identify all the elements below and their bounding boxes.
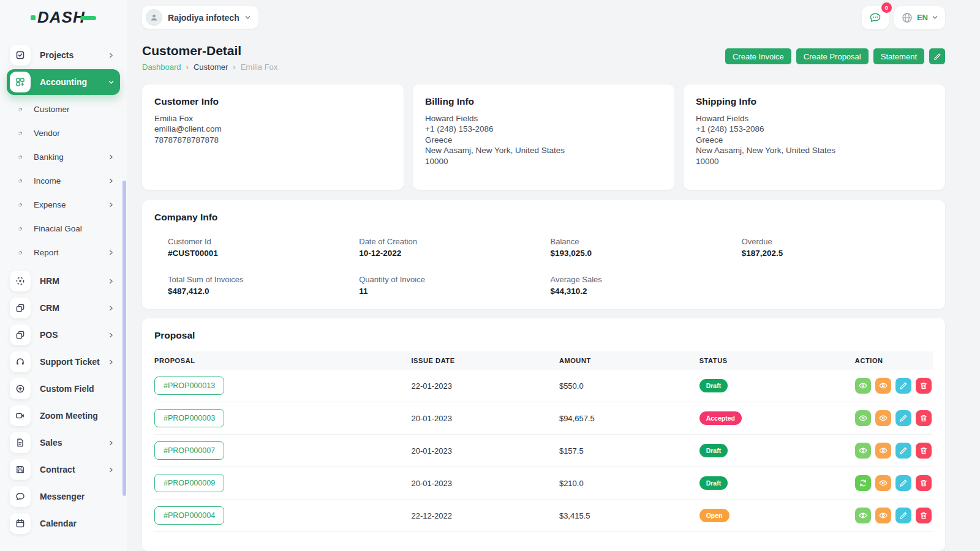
statement-button[interactable]: Statement <box>873 48 924 64</box>
customer-info-card: Customer Info Emilia Fox emilia@client.c… <box>142 84 404 190</box>
preview-button[interactable] <box>875 410 891 426</box>
refresh-icon <box>859 479 867 487</box>
messages-button[interactable]: 0 <box>862 6 889 29</box>
table-row: #PROP000009 20-01-2023 $210.0 Draft <box>154 467 933 500</box>
subitem-label: Income <box>34 176 61 186</box>
accounting-submenu: Customer Vendor Banking Income <box>0 96 127 267</box>
table-row: #PROP000013 22-01-2023 $550.0 Draft <box>154 370 933 402</box>
chevron-right-icon <box>108 332 114 338</box>
shipping-info-card: Shipping Info Howard Fields +1 (248) 153… <box>684 84 945 190</box>
sidebar-item-zoom-meeting[interactable]: Zoom Meeting <box>7 403 120 429</box>
card-title: Billing Info <box>425 96 662 107</box>
shipping-phone: +1 (248) 153-2086 <box>696 124 933 134</box>
app-logo[interactable]: DASH <box>0 0 127 35</box>
field-balance: Balance $193,025.0 <box>551 237 742 258</box>
language-selector[interactable]: EN <box>894 6 945 29</box>
hrm-icon <box>10 271 31 291</box>
main-area: Rajodiya infotech 0 EN Customer-Detail <box>127 0 980 551</box>
globe-icon <box>902 12 913 23</box>
delete-button[interactable] <box>916 508 932 523</box>
sidebar-item-support-ticket[interactable]: Support Ticket <box>7 349 120 375</box>
status-badge: Draft <box>699 476 728 490</box>
delete-button[interactable] <box>916 475 932 491</box>
sidebar-item-label: Sales <box>40 438 62 448</box>
proposal-card: Proposal PROPOSAL ISSUE DATE AMOUNT STAT… <box>142 318 945 551</box>
sidebar-subitem-vendor[interactable]: Vendor <box>0 121 127 145</box>
subitem-label: Banking <box>34 152 64 162</box>
sidebar-subitem-expense[interactable]: Expense <box>0 193 127 217</box>
sidebar-item-contract[interactable]: Contract <box>7 457 120 482</box>
sidebar-item-pos[interactable]: POS <box>7 322 120 348</box>
proposal-link[interactable]: #PROP000013 <box>154 377 224 395</box>
proposal-link[interactable]: #PROP000004 <box>154 506 224 525</box>
chevron-right-icon <box>108 467 114 473</box>
eye-icon <box>859 381 867 390</box>
breadcrumb-customer[interactable]: Customer <box>194 62 228 72</box>
company-selector[interactable]: Rajodiya infotech <box>142 6 258 29</box>
sidebar-item-calendar[interactable]: Calendar <box>7 511 120 536</box>
sidebar-item-label: Messenger <box>40 492 85 501</box>
row-actions <box>855 443 933 459</box>
breadcrumb: Dashboard › Customer › Emilia Fox <box>142 62 277 72</box>
convert-button[interactable] <box>855 475 871 491</box>
sidebar-subitem-income[interactable]: Income <box>0 169 127 193</box>
trash-icon <box>919 511 928 520</box>
proposal-link[interactable]: #PROP000009 <box>154 474 224 492</box>
preview-button[interactable] <box>875 475 891 491</box>
sidebar-item-messenger[interactable]: Messenger <box>7 484 120 509</box>
chat-dots-icon <box>869 12 881 24</box>
breadcrumb-dashboard[interactable]: Dashboard <box>142 62 181 72</box>
sidebar-item-crm[interactable]: CRM <box>7 295 120 321</box>
edit-button[interactable] <box>895 378 911 394</box>
delete-button[interactable] <box>916 443 932 459</box>
bullet-icon <box>17 250 23 256</box>
header-actions: Create Invoice Create Proposal Statement <box>725 48 945 64</box>
billing-address: New Aasamj, New York, United States <box>425 145 662 156</box>
delete-button[interactable] <box>916 410 932 426</box>
pencil-icon <box>899 479 908 487</box>
pencil-icon <box>899 414 908 422</box>
edit-button[interactable] <box>895 475 911 491</box>
sidebar-item-projects[interactable]: Projects <box>7 42 120 68</box>
chevron-right-icon <box>108 279 114 284</box>
status-badge: Draft <box>699 379 728 392</box>
card-title: Company Info <box>154 212 933 223</box>
bullet-icon <box>17 178 23 184</box>
proposal-link[interactable]: #PROP000003 <box>154 409 224 427</box>
edit-button[interactable] <box>895 508 911 523</box>
view-button[interactable] <box>855 410 871 426</box>
sidebar-item-hrm[interactable]: HRM <box>7 268 120 294</box>
pencil-icon <box>933 53 941 61</box>
sidebar-subitem-finacial-goal[interactable]: Finacial Goal <box>0 217 127 241</box>
edit-customer-button[interactable] <box>929 48 945 64</box>
shipping-country: Greece <box>696 135 933 145</box>
edit-button[interactable] <box>895 443 911 459</box>
view-button[interactable] <box>855 508 871 523</box>
preview-button[interactable] <box>875 443 891 459</box>
topbar: Rajodiya infotech 0 EN <box>127 0 980 35</box>
sidebar-subitem-report[interactable]: Report <box>0 241 127 264</box>
status-badge: Draft <box>699 444 728 457</box>
create-invoice-button[interactable]: Create Invoice <box>725 48 791 64</box>
sidebar-subitem-customer[interactable]: Customer <box>0 97 127 121</box>
view-button[interactable] <box>855 378 871 394</box>
issue-date: 20-01-2023 <box>411 479 559 488</box>
subitem-label: Vendor <box>34 129 60 138</box>
proposal-link[interactable]: #PROP000007 <box>154 441 224 460</box>
table-header: PROPOSAL ISSUE DATE AMOUNT STATUS ACTION <box>154 351 933 370</box>
view-button[interactable] <box>855 443 871 459</box>
preview-button[interactable] <box>875 378 891 394</box>
customer-name: Emilia Fox <box>154 113 391 124</box>
sidebar-item-custom-field[interactable]: Custom Field <box>7 376 120 402</box>
sidebar-subitem-banking[interactable]: Banking <box>0 145 127 169</box>
preview-button[interactable] <box>875 508 891 523</box>
sidebar-item-accounting[interactable]: Accounting <box>7 69 120 95</box>
bullet-icon <box>17 154 23 160</box>
edit-button[interactable] <box>895 410 911 426</box>
create-proposal-button[interactable]: Create Proposal <box>796 48 869 64</box>
sidebar-item-label: Support Ticket <box>40 357 100 367</box>
delete-button[interactable] <box>916 378 932 394</box>
sidebar-item-sales[interactable]: Sales <box>7 430 120 455</box>
sidebar-scrollbar[interactable] <box>123 181 126 496</box>
sidebar-item-label: Zoom Meeting <box>40 411 98 421</box>
